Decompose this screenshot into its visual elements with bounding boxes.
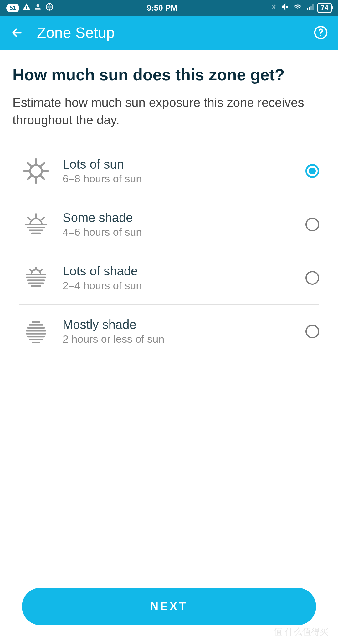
volume-mute-icon: [280, 3, 290, 13]
option-lots-of-shade[interactable]: Lots of shade 2–4 hours of sun: [19, 251, 319, 305]
radio-unselected[interactable]: [305, 271, 319, 285]
svg-rect-1: [307, 8, 308, 10]
radio-unselected[interactable]: [305, 325, 319, 338]
cell-signal-icon: [305, 3, 314, 13]
svg-rect-4: [312, 4, 314, 10]
status-left: 51: [6, 3, 54, 13]
option-text: Mostly shade 2 hours or less of sun: [63, 318, 305, 345]
option-title: Mostly shade: [63, 318, 305, 332]
content: How much sun does this zone get? Estimat…: [0, 50, 338, 358]
shade-icon: [19, 317, 53, 345]
option-mostly-shade[interactable]: Mostly shade 2 hours or less of sun: [19, 305, 319, 358]
watermark: 值 什么值得买: [274, 626, 329, 638]
options-list: Lots of sun 6–8 hours of sun Some shade …: [13, 144, 325, 358]
option-title: Some shade: [63, 211, 305, 225]
question-heading: How much sun does this zone get?: [13, 66, 325, 84]
mostly-shade-icon: [19, 264, 53, 292]
app-bar: Zone Setup: [0, 16, 338, 50]
svg-point-6: [320, 35, 321, 36]
bluetooth-icon: [270, 3, 277, 13]
warning-icon: [23, 3, 31, 13]
option-text: Lots of sun 6–8 hours of sun: [63, 157, 305, 185]
back-button[interactable]: [9, 25, 24, 40]
option-text: Some shade 4–6 hours of sun: [63, 211, 305, 238]
sun-icon: [19, 157, 53, 185]
svg-line-17: [28, 217, 30, 220]
question-subtext: Estimate how much sun exposure this zone…: [13, 94, 325, 129]
option-subtitle: 2–4 hours of sun: [63, 279, 305, 292]
globe-icon: [45, 3, 54, 13]
status-time: 9:50 PM: [147, 3, 177, 13]
svg-line-15: [41, 163, 44, 166]
radio-unselected[interactable]: [305, 218, 319, 231]
svg-line-14: [28, 176, 31, 179]
svg-point-7: [30, 165, 42, 177]
svg-rect-3: [310, 6, 312, 10]
option-title: Lots of sun: [63, 157, 305, 171]
next-button[interactable]: NEXT: [22, 588, 316, 625]
option-lots-of-sun[interactable]: Lots of sun 6–8 hours of sun: [19, 144, 319, 198]
partial-sun-icon: [19, 210, 53, 239]
option-text: Lots of shade 2–4 hours of sun: [63, 264, 305, 292]
notification-count-badge: 51: [6, 4, 19, 12]
svg-line-18: [42, 217, 44, 220]
wifi-icon: [293, 3, 302, 13]
status-bar: 51 9:50 PM 74: [0, 0, 338, 16]
radio-selected[interactable]: [305, 164, 319, 178]
svg-line-13: [41, 176, 44, 179]
person-icon: [34, 3, 42, 13]
option-subtitle: 4–6 hours of sun: [63, 226, 305, 238]
option-some-shade[interactable]: Some shade 4–6 hours of sun: [19, 198, 319, 251]
svg-line-12: [28, 163, 31, 166]
svg-rect-2: [309, 7, 310, 10]
option-title: Lots of shade: [63, 264, 305, 278]
option-subtitle: 6–8 hours of sun: [63, 173, 305, 185]
option-subtitle: 2 hours or less of sun: [63, 333, 305, 345]
help-button[interactable]: [314, 25, 329, 40]
page-title: Zone Setup: [37, 24, 301, 41]
status-right: 74: [270, 3, 332, 13]
battery-badge: 74: [317, 3, 332, 13]
